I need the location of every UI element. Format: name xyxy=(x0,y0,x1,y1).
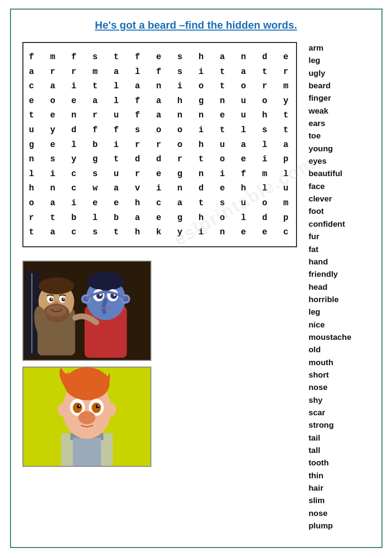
word-list-item: head xyxy=(308,281,370,294)
word-search-row: g e l b i r r o h u a l a xyxy=(29,137,291,152)
word-list-item: foot xyxy=(308,205,370,218)
svg-point-14 xyxy=(46,305,66,316)
left-column: f m f s t f e s h a n d ea r r m a l f s… xyxy=(22,42,297,467)
svg-point-11 xyxy=(63,298,64,300)
word-list-item: hair xyxy=(308,482,370,495)
word-list-item: nice xyxy=(308,319,370,331)
muppet-duo-image xyxy=(22,261,151,361)
word-list-item: nose xyxy=(308,507,370,520)
word-list-item: tail xyxy=(308,432,370,444)
word-search-row: u y d f f s o o i t l s t xyxy=(29,123,291,137)
word-list-item: toe xyxy=(308,130,370,142)
right-column: armleguglybeardfingerweakearstoeyoungeye… xyxy=(306,42,370,532)
svg-rect-32 xyxy=(73,438,101,467)
word-list-item: fat xyxy=(308,243,370,256)
word-list-item: horrible xyxy=(308,294,370,306)
word-list-item: short xyxy=(308,369,370,381)
word-list-item: leg xyxy=(308,306,370,318)
word-search-grid: f m f s t f e s h a n d ea r r m a l f s… xyxy=(22,42,297,247)
svg-point-46 xyxy=(106,403,116,416)
word-list-item: leg xyxy=(308,54,370,67)
word-list-item: thin xyxy=(308,470,370,482)
word-list-item: nose xyxy=(308,381,370,394)
word-list-item: plump xyxy=(308,520,370,532)
word-search-row: c a i t l a n i o t o r m xyxy=(29,79,291,94)
svg-point-10 xyxy=(51,298,52,300)
word-list-item: beard xyxy=(308,80,370,92)
word-list: armleguglybeardfingerweakearstoeyoungeye… xyxy=(306,42,370,532)
main-area: f m f s t f e s h a n d ea r r m a l f s… xyxy=(22,42,370,532)
beaker-image xyxy=(22,367,151,467)
word-list-item: young xyxy=(308,143,370,155)
word-list-item: scar xyxy=(308,407,370,419)
word-search-row: l i c s u r e g n i f m l xyxy=(29,167,291,181)
word-list-item: old xyxy=(308,344,370,356)
word-list-item: tall xyxy=(308,444,370,457)
svg-point-45 xyxy=(57,403,67,416)
word-search-row: e o e a l f a h g n u o y xyxy=(29,94,291,108)
word-search-row: h n c w a v i n d e h l u xyxy=(29,181,291,196)
svg-point-5 xyxy=(38,277,74,294)
word-list-item: face xyxy=(308,180,370,193)
word-search-row: f m f s t f e s h a n d e xyxy=(29,50,291,64)
page: He's got a beard –find the hidden words.… xyxy=(10,9,382,548)
word-list-item: moustache xyxy=(308,331,370,344)
word-list-item: ears xyxy=(308,117,370,130)
word-search-row: t e n r u f a n n e u h t xyxy=(29,108,291,123)
svg-point-18 xyxy=(87,272,125,290)
word-list-item: weak xyxy=(308,105,370,117)
images-column xyxy=(22,261,297,467)
svg-point-23 xyxy=(99,294,102,296)
word-list-item: ugly xyxy=(308,67,370,80)
word-list-item: finger xyxy=(308,92,370,105)
word-list-item: eyes xyxy=(308,155,370,168)
word-search-row: o a i e e h c a t s u o m xyxy=(29,196,291,211)
word-list-item: arm xyxy=(308,42,370,54)
word-list-item: hand xyxy=(308,256,370,268)
word-list-item: strong xyxy=(308,419,370,432)
svg-point-43 xyxy=(97,405,99,407)
word-search-row: a r r m a l f s i t a t r xyxy=(29,64,291,79)
word-search-row: n s y g t d d r t o e i p xyxy=(29,152,291,167)
word-list-item: beautiful xyxy=(308,168,370,180)
word-list-item: fur xyxy=(308,231,370,243)
word-list-item: tooth xyxy=(308,457,370,469)
word-search-row: t a c s t h k y i n e e c xyxy=(29,225,291,240)
word-list-item: mouth xyxy=(308,357,370,369)
word-list-item: slim xyxy=(308,495,370,507)
svg-point-42 xyxy=(78,405,80,407)
svg-point-38 xyxy=(73,402,82,413)
word-list-item: shy xyxy=(308,394,370,407)
word-search-row: r t b l b a e g h o l d p xyxy=(29,211,291,225)
svg-point-39 xyxy=(91,402,101,413)
svg-point-44 xyxy=(78,411,95,424)
word-list-item: friendly xyxy=(308,268,370,281)
word-list-item: confident xyxy=(308,218,370,231)
page-title: He's got a beard –find the hidden words. xyxy=(22,19,370,32)
word-list-item: clever xyxy=(308,193,370,205)
